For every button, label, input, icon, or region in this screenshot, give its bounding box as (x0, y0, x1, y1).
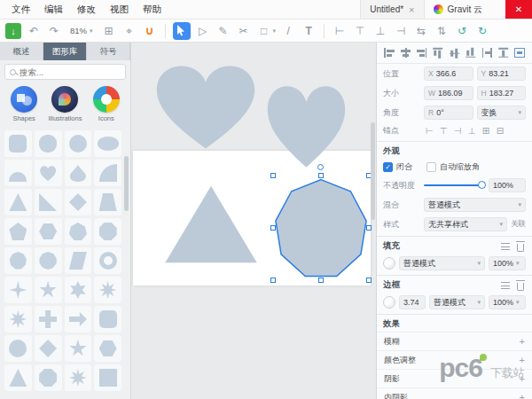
border-opacity-field[interactable]: 100% ▾ (489, 295, 526, 309)
opacity-slider-knob[interactable] (478, 181, 486, 189)
canvas-scrollbar[interactable] (371, 122, 375, 220)
distribute-v-icon[interactable] (498, 48, 508, 58)
shape-thumb-star-4[interactable] (4, 277, 32, 303)
rotation-field[interactable]: R 0° (424, 106, 473, 120)
save-icon[interactable]: ↓ (5, 23, 21, 39)
border-blend-dropdown[interactable]: 普通模式 ▾ (429, 295, 485, 309)
library-scrollbar[interactable] (124, 156, 129, 211)
add-effect-icon[interactable]: + (520, 336, 525, 347)
subselect-tool-button[interactable]: ▷ (195, 23, 211, 39)
align-right-icon[interactable] (417, 48, 426, 58)
style-link-button[interactable]: 关联 (511, 219, 526, 230)
shape-thumb-hexagon-2[interactable] (94, 335, 121, 362)
shape-thumb-square[interactable] (35, 130, 62, 157)
shape-thumb-rounded-square-2[interactable] (94, 306, 121, 332)
shape-thumb-trapezoid[interactable] (94, 189, 121, 215)
line-tool-button[interactable]: / (280, 23, 296, 39)
selected-object-nonagon[interactable] (273, 176, 369, 280)
shape-thumb-star-8b[interactable] (65, 364, 92, 391)
rotate-ccw-icon[interactable]: ↺ (454, 23, 470, 39)
shape-thumb-hexagon[interactable] (35, 218, 62, 245)
fill-delete-icon[interactable] (515, 241, 526, 252)
add-effect-icon[interactable]: + (520, 355, 525, 365)
add-effect-icon[interactable]: + (520, 392, 525, 399)
shape-thumb-ring[interactable] (94, 247, 121, 274)
fill-section-header[interactable]: 填充 (377, 236, 532, 254)
shape-thumb-star-8[interactable] (94, 277, 121, 303)
shape-thumb-triangle[interactable] (4, 189, 32, 215)
closed-checkbox[interactable]: ✓ (383, 162, 393, 172)
anchor-none-icon[interactable]: ⊟ (495, 126, 505, 137)
shape-thumb-triangle-2[interactable] (4, 364, 32, 391)
fill-opacity-field[interactable]: 100% ▾ (489, 256, 526, 270)
shape-thumb-arrow[interactable] (65, 306, 92, 332)
flip-vertical-icon[interactable]: ⇅ (434, 23, 450, 39)
selection-handle-tm[interactable] (318, 173, 324, 178)
align-vmiddle-icon[interactable] (450, 48, 459, 58)
shape-thumb-ellipse[interactable] (94, 130, 121, 157)
align-bottom-icon[interactable] (466, 48, 475, 58)
selection-handle-mr[interactable] (366, 225, 372, 231)
gravit-cloud-tab[interactable]: Gravit 云 (425, 0, 491, 19)
blend-mode-dropdown[interactable]: 普通模式 ▾ (424, 198, 526, 212)
category-shapes[interactable]: Shapes (4, 86, 43, 122)
category-illustrations[interactable]: Illustrations (45, 86, 84, 122)
align-left-icon[interactable] (384, 48, 394, 58)
canvas-object-heart-large[interactable] (153, 62, 259, 153)
add-effect-icon[interactable]: + (520, 373, 525, 384)
snap-grid-icon[interactable]: ⊞ (101, 23, 117, 39)
shape-thumb-parallelogram[interactable] (65, 247, 92, 274)
border-settings-icon[interactable] (500, 280, 511, 291)
knife-tool-button[interactable]: ✂ (236, 23, 252, 39)
fill-settings-icon[interactable] (500, 241, 511, 252)
fill-blend-dropdown[interactable]: 普通模式 ▾ (399, 256, 485, 270)
shape-thumb-heptagon[interactable] (65, 218, 92, 245)
shape-thumb-right-triangle[interactable] (35, 189, 62, 215)
shape-thumb-teardrop[interactable] (65, 160, 92, 186)
shape-thumb-heart[interactable] (35, 160, 62, 186)
menu-view[interactable]: 视图 (104, 2, 135, 18)
pen-tool-button[interactable]: ✎ (215, 23, 231, 39)
window-close-button[interactable]: ✕ (505, 0, 532, 19)
fill-color-swatch[interactable] (383, 257, 395, 270)
align-bottom-icon[interactable]: ⊥ (372, 23, 388, 39)
document-tab-close-icon[interactable]: × (409, 4, 414, 15)
border-color-swatch[interactable] (383, 296, 395, 309)
anchor-center-icon[interactable]: ⊞ (481, 126, 491, 137)
align-top-icon[interactable] (433, 48, 442, 58)
shape-thumb-diamond[interactable] (65, 189, 92, 215)
shape-thumb-pentagon[interactable] (4, 218, 32, 245)
redo-icon[interactable]: ↷ (46, 23, 62, 39)
shape-thumb-circle-2[interactable] (4, 335, 32, 362)
canvas-object-heart-small[interactable] (264, 82, 348, 171)
corner-radius-handle[interactable] (317, 164, 324, 170)
shape-thumb-burst-8[interactable] (4, 306, 32, 332)
pointer-tool-button[interactable] (173, 22, 191, 40)
effects-section-header[interactable]: 效果 (377, 314, 532, 332)
search-input[interactable] (20, 67, 121, 77)
shape-thumb-star-6[interactable] (65, 277, 92, 303)
tab-overview[interactable]: 概述 (0, 43, 43, 60)
anchor-right-icon[interactable]: ⊣ (452, 126, 463, 137)
align-right-icon[interactable]: ⊣ (393, 23, 409, 39)
text-tool-button[interactable]: T (301, 23, 317, 39)
shape-thumb-rounded-square[interactable] (4, 130, 32, 157)
shape-thumb-quarter-circle[interactable] (94, 160, 121, 186)
flip-horizontal-icon[interactable]: ⇆ (413, 23, 429, 39)
selection-handle-bm[interactable] (318, 278, 324, 283)
menu-file[interactable]: 文件 (5, 2, 36, 18)
magnet-snap-icon[interactable]: ∪ (142, 23, 158, 39)
nonagon-shape[interactable] (273, 176, 369, 280)
width-field[interactable]: W 186.09 (424, 86, 473, 100)
align-top-icon[interactable]: ⊤ (352, 23, 368, 39)
shape-tool-button[interactable]: □ ▾ (256, 23, 277, 39)
x-field[interactable]: X 366.6 (424, 66, 473, 81)
align-to-page-icon[interactable] (514, 48, 525, 58)
menu-help[interactable]: 帮助 (137, 2, 168, 18)
shape-thumb-cross[interactable] (35, 306, 62, 332)
shape-thumb-circle[interactable] (65, 130, 92, 157)
align-hcenter-icon[interactable] (400, 48, 410, 58)
border-delete-icon[interactable] (515, 280, 526, 291)
distribute-h-icon[interactable] (482, 48, 492, 58)
shape-thumb-octagon-2[interactable] (35, 364, 62, 391)
